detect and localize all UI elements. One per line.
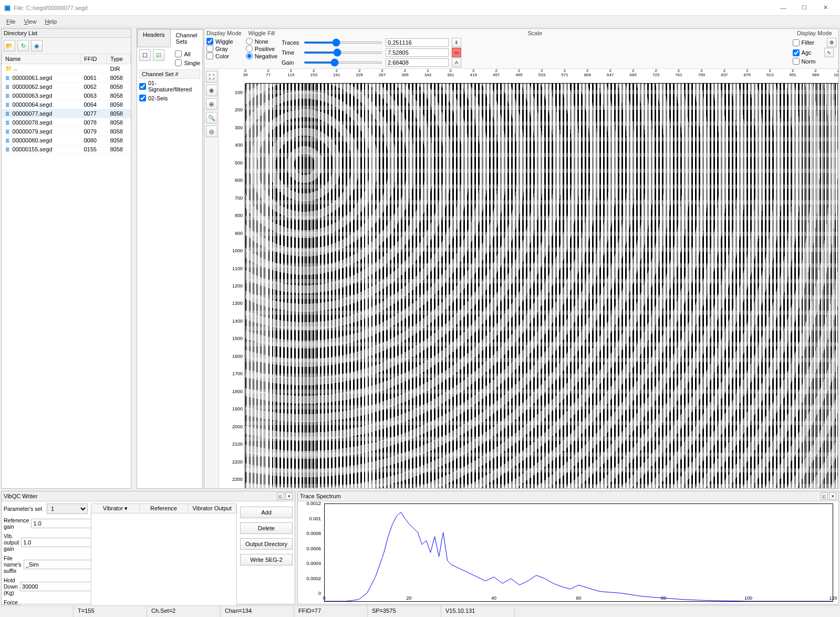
menu-help[interactable]: Help bbox=[40, 18, 61, 25]
vibgain-input[interactable] bbox=[21, 538, 98, 547]
vibgain-label: Vib. output gain bbox=[4, 533, 19, 552]
close-button[interactable]: ✕ bbox=[815, 1, 836, 15]
displaymode-group: Display Mode Wiggle Gray Color bbox=[206, 30, 242, 67]
uncheck-all-icon[interactable]: ☐ bbox=[139, 49, 151, 61]
seismic-plot[interactable]: 2 392 772 1152 1532 1912 2292 2672 3052 … bbox=[219, 69, 838, 488]
vibqc-undock-icon[interactable]: ◱ bbox=[277, 492, 284, 500]
vibqc-buttons: Add Delete Output Directory Write SEG-2 bbox=[240, 503, 293, 617]
table-row[interactable]: ≣ 00000062.segd00628058 bbox=[2, 83, 131, 91]
chanset-item[interactable]: 02-Seis bbox=[139, 94, 200, 102]
chanset-item[interactable]: 01-Signature/filtered bbox=[139, 79, 200, 94]
menu-file[interactable]: File bbox=[2, 18, 20, 25]
gain-slider[interactable] bbox=[304, 61, 382, 64]
holddown-input[interactable] bbox=[20, 582, 97, 591]
none-radio[interactable] bbox=[246, 38, 253, 45]
time-fit-icon[interactable]: ▭ bbox=[452, 48, 461, 57]
tab-headers[interactable]: Headers bbox=[137, 29, 171, 47]
grid-col-output[interactable]: Vibrator Output bbox=[188, 504, 236, 513]
vibqc-close-icon[interactable]: ✕ bbox=[285, 492, 293, 500]
traces-lock-icon[interactable]: ⇕ bbox=[452, 38, 461, 47]
positive-radio[interactable] bbox=[246, 45, 253, 52]
zoom-fit-icon[interactable]: ⛶ bbox=[206, 71, 217, 83]
displaymode2-header: Display Mode bbox=[793, 30, 836, 37]
spectrum-title: Trace Spectrum bbox=[300, 493, 341, 499]
chanset-checkbox[interactable] bbox=[139, 83, 146, 90]
status-blank bbox=[0, 606, 74, 617]
paramset-label: Parameter's set bbox=[4, 506, 45, 512]
agc-checkbox[interactable] bbox=[793, 49, 800, 56]
agc-settings-icon[interactable]: ∿ bbox=[824, 48, 834, 57]
table-row[interactable]: ≣ 00000080.segd00808058 bbox=[2, 136, 131, 145]
table-row[interactable]: ≣ 00000063.segd00638058 bbox=[2, 91, 131, 100]
menubar: File View Help bbox=[0, 16, 840, 27]
controls-bar: Display Mode Wiggle Gray Color Wiggle Fi… bbox=[204, 29, 838, 69]
seismic-area: Display Mode Wiggle Gray Color Wiggle Fi… bbox=[204, 28, 839, 489]
refresh-icon[interactable]: ↻ bbox=[17, 40, 29, 52]
col-name[interactable]: Name bbox=[2, 54, 81, 64]
filter-checkbox[interactable] bbox=[793, 39, 800, 46]
spectrum-close-icon[interactable]: ✕ bbox=[829, 492, 836, 500]
single-checkbox[interactable] bbox=[175, 59, 182, 66]
vibqc-grid[interactable]: Vibrator ▾ Reference Vibrator Output bbox=[91, 503, 237, 617]
traces-value[interactable] bbox=[386, 38, 449, 47]
spectrum-undock-icon[interactable]: ◱ bbox=[821, 492, 828, 500]
menu-view[interactable]: View bbox=[20, 18, 41, 25]
add-button[interactable]: Add bbox=[240, 507, 293, 518]
norm-label: Norm bbox=[802, 58, 816, 65]
wiggle-display[interactable] bbox=[245, 84, 838, 488]
status-version: V15.10.131 bbox=[441, 606, 515, 617]
table-row[interactable]: 📁 ..DIR bbox=[2, 64, 131, 74]
trace-header: 2 392 772 1152 1532 1912 2292 2672 3052 … bbox=[245, 69, 838, 84]
chanset-header: Channel Set # bbox=[139, 69, 200, 79]
status-t: T=155 bbox=[74, 606, 147, 617]
table-row[interactable]: ≣ 00000061.segd00618058 bbox=[2, 74, 131, 83]
paramset-select[interactable]: 1 bbox=[47, 503, 88, 514]
gain-value[interactable] bbox=[386, 58, 449, 67]
titlebar: ▣ File: C:/segd/00000077.segd — ☐ ✕ bbox=[0, 0, 840, 16]
maximize-button[interactable]: ☐ bbox=[794, 1, 815, 15]
grid-col-reference[interactable]: Reference bbox=[140, 504, 188, 513]
spectrum-yaxis: 0.00120.0010.00080.00060.00040.00020 bbox=[298, 503, 323, 593]
all-checkbox[interactable] bbox=[175, 50, 182, 57]
table-row[interactable]: ≣ 00000077.segd00778058 bbox=[2, 109, 131, 118]
zoom-out-icon[interactable]: ⊖ bbox=[206, 98, 217, 110]
displaymode2-group: Display Mode Filter⚙ Agc∿ Norm bbox=[793, 30, 836, 67]
delete-button[interactable]: Delete bbox=[240, 522, 293, 534]
write-seg2-button[interactable]: Write SEG-2 bbox=[240, 554, 293, 565]
time-slider[interactable] bbox=[304, 52, 382, 54]
globe-icon[interactable]: ◉ bbox=[31, 40, 43, 52]
wiggle-checkbox[interactable] bbox=[206, 38, 213, 45]
filter-settings-icon[interactable]: ⚙ bbox=[827, 38, 836, 47]
gain-auto-icon[interactable]: A bbox=[452, 58, 461, 67]
output-directory-button[interactable]: Output Directory bbox=[240, 538, 293, 550]
refgain-label: Reference gain bbox=[4, 517, 29, 530]
suffix-input[interactable] bbox=[24, 560, 100, 569]
gray-checkbox[interactable] bbox=[206, 45, 213, 52]
col-type[interactable]: Type bbox=[107, 54, 131, 64]
zoom-reset-icon[interactable]: ◎ bbox=[206, 126, 217, 137]
negative-radio[interactable] bbox=[246, 53, 253, 59]
time-value[interactable] bbox=[386, 48, 449, 57]
tabs: Headers Channel Sets bbox=[137, 29, 202, 47]
check-all-icon[interactable]: ☑ bbox=[153, 49, 164, 61]
table-row[interactable]: ≣ 00000064.segd00648058 bbox=[2, 100, 131, 109]
traces-slider[interactable] bbox=[304, 42, 382, 44]
table-row[interactable]: ≣ 00000155.segd01558058 bbox=[2, 145, 131, 154]
table-row[interactable]: ≣ 00000078.segd00788058 bbox=[2, 118, 131, 127]
file-table: Name FFID Type 📁 ..DIR≣ 00000061.segd006… bbox=[2, 54, 131, 488]
minimize-button[interactable]: — bbox=[773, 1, 794, 15]
none-label: None bbox=[255, 38, 268, 45]
gray-label: Gray bbox=[215, 46, 228, 52]
vibqc-title: VibQC Writer bbox=[4, 493, 37, 499]
open-folder-icon[interactable]: 📂 bbox=[4, 40, 15, 52]
zoom-in-icon[interactable]: ⊕ bbox=[206, 85, 217, 96]
spectrum-plot[interactable] bbox=[324, 503, 833, 602]
tab-channelsets[interactable]: Channel Sets bbox=[170, 29, 203, 47]
grid-col-vibrator[interactable]: Vibrator ▾ bbox=[91, 504, 140, 513]
table-row[interactable]: ≣ 00000079.segd00798058 bbox=[2, 127, 131, 136]
color-checkbox[interactable] bbox=[206, 53, 213, 59]
zoom-rect-icon[interactable]: 🔍 bbox=[206, 112, 217, 124]
chanset-checkbox[interactable] bbox=[139, 95, 146, 101]
col-ffid[interactable]: FFID bbox=[81, 54, 107, 64]
norm-checkbox[interactable] bbox=[793, 58, 800, 65]
